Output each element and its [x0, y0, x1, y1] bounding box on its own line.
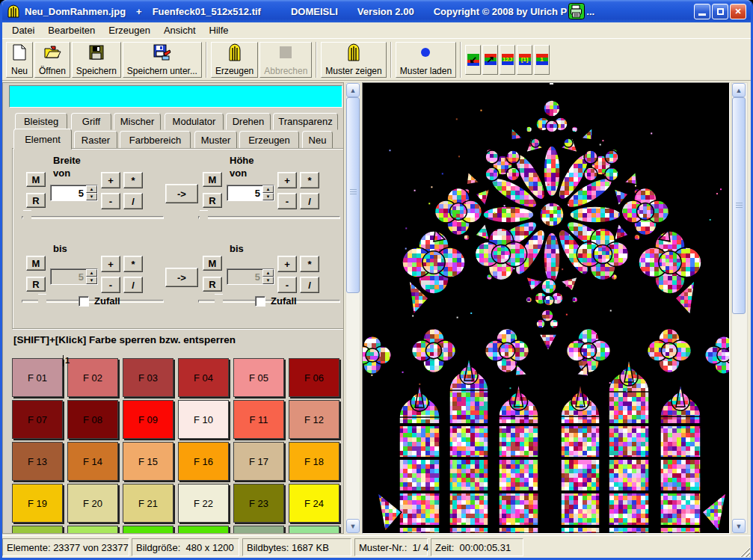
palette-swatch-partial[interactable]	[123, 526, 173, 534]
op-button-minus[interactable]: -	[101, 277, 120, 293]
toolbar-button-speichern-unter-[interactable]: Speichern unter...	[123, 42, 202, 78]
tab-mischer[interactable]: Mischer	[114, 113, 161, 130]
toolbar-button-muster-zeigen[interactable]: Muster zeigen	[321, 42, 386, 78]
palette-swatch-F23[interactable]: F 23	[233, 484, 284, 523]
op-button-minus[interactable]: -	[101, 193, 120, 209]
op-button-plus[interactable]: +	[277, 172, 297, 188]
scroll-thumb[interactable]	[346, 97, 360, 293]
palette-swatch-partial[interactable]	[178, 526, 229, 534]
palette-swatch-F13[interactable]: F 13	[12, 442, 63, 481]
palette-swatch-F12[interactable]: F 12	[289, 400, 339, 439]
spinner-down-icon[interactable]: ▼	[86, 193, 97, 200]
spinner-down-icon[interactable]: ▼	[262, 277, 274, 284]
image-scrollbar[interactable]: ▲▼	[731, 82, 748, 534]
palette-swatch-F06[interactable]: F 06	[289, 358, 339, 397]
minimize-button[interactable]	[694, 4, 710, 19]
tab-modulator[interactable]: Modulator	[165, 113, 224, 130]
spinner-up-icon[interactable]: ▲	[86, 269, 97, 277]
op-button-plus[interactable]: +	[101, 172, 120, 188]
menu-item-ansicht[interactable]: Ansicht	[157, 22, 203, 38]
palette-swatch-F08[interactable]: F 08	[67, 400, 118, 439]
palette-swatch-partial[interactable]	[12, 526, 63, 534]
m-button[interactable]: M	[26, 256, 46, 271]
r-button[interactable]: R	[203, 193, 222, 208]
tab-griff[interactable]: Griff	[71, 113, 111, 130]
tab-muster[interactable]: Muster	[194, 131, 237, 149]
tab-farbbereich[interactable]: Farbbereich	[120, 131, 191, 149]
scroll-up-icon[interactable]: ▲	[346, 83, 360, 97]
range-slider-track[interactable]	[198, 216, 340, 219]
toolbar-button-neu[interactable]: Neu	[6, 42, 33, 78]
palette-swatch-F04[interactable]: F 04	[178, 358, 229, 397]
spinner-up-icon[interactable]: ▲	[262, 185, 274, 193]
menu-item-erzeugen[interactable]: Erzeugen	[102, 22, 157, 38]
palette-swatch-partial[interactable]	[67, 526, 118, 534]
spinner-down-icon[interactable]: ▼	[86, 277, 97, 284]
value-spinner-bis[interactable]: 5▲▼	[50, 268, 98, 285]
transfer-arrow-button[interactable]: ->	[165, 268, 198, 287]
op-button-divide[interactable]: /	[300, 277, 319, 293]
zufall-checkbox[interactable]: Zufall	[79, 295, 120, 307]
tab-bleisteg[interactable]: Bleisteg	[15, 113, 67, 130]
toolbar-button-öffnen[interactable]: Öffnen	[34, 42, 70, 78]
checkbox-box[interactable]	[79, 296, 89, 307]
scroll-down-icon[interactable]: ▼	[346, 519, 360, 533]
palette-swatch-F18[interactable]: F 18	[289, 442, 339, 481]
spinner-up-icon[interactable]: ▲	[262, 269, 274, 277]
close-button[interactable]: ✕	[730, 4, 746, 19]
palette-swatch-partial[interactable]	[289, 526, 339, 534]
menu-item-hilfe[interactable]: Hilfe	[203, 22, 236, 38]
maximize-button[interactable]	[712, 4, 728, 19]
scroll-thumb[interactable]	[732, 97, 746, 314]
op-button-multiply[interactable]: *	[123, 172, 143, 188]
palette-swatch-F21[interactable]: F 21	[123, 484, 173, 523]
value-spinner-von[interactable]: 5▲▼	[50, 185, 98, 201]
palette-swatch-F15[interactable]: F 15	[123, 442, 173, 481]
toolbar-button-speichern[interactable]: Speichern	[72, 42, 121, 78]
palette-swatch-F20[interactable]: F 20	[67, 484, 118, 523]
op-button-divide[interactable]: /	[123, 277, 143, 293]
palette-swatch-F07[interactable]: F 07	[12, 400, 63, 439]
palette-swatch-F05[interactable]: F 05	[233, 358, 284, 397]
range-slider-thumb[interactable]	[38, 294, 46, 308]
menu-item-bearbeiten[interactable]: Bearbeiten	[41, 22, 102, 38]
m-button[interactable]: M	[203, 172, 222, 187]
tab-erzeugen[interactable]: Erzeugen	[239, 131, 299, 149]
palette-swatch-F19[interactable]: F 19	[12, 484, 63, 523]
tab-drehen[interactable]: Drehen	[226, 113, 271, 130]
stripe-label-12-button[interactable]: 12J	[500, 45, 515, 75]
m-button[interactable]: M	[203, 256, 222, 271]
scroll-down-icon[interactable]: ▼	[732, 519, 746, 533]
r-button[interactable]: R	[26, 277, 46, 292]
op-button-multiply[interactable]: *	[123, 256, 143, 272]
panel-scrollbar[interactable]: ▲▼	[345, 82, 360, 534]
op-button-multiply[interactable]: *	[300, 256, 319, 272]
op-button-plus[interactable]: +	[277, 256, 297, 272]
palette-swatch-F16[interactable]: F 16	[178, 442, 229, 481]
tab-raster[interactable]: Raster	[74, 131, 117, 149]
range-slider-track[interactable]	[22, 216, 164, 219]
palette-swatch-F24[interactable]: F 24	[289, 484, 339, 523]
menu-item-datei[interactable]: Datei	[5, 22, 41, 38]
color-preview-bar[interactable]	[9, 85, 342, 108]
op-button-multiply[interactable]: *	[300, 172, 319, 188]
resize-grip[interactable]	[740, 547, 750, 557]
palette-swatch-partial[interactable]	[233, 526, 284, 534]
op-button-minus[interactable]: -	[277, 193, 297, 209]
value-spinner-bis[interactable]: 5▲▼	[227, 268, 274, 285]
tab-element[interactable]: Element	[13, 129, 72, 150]
palette-swatch-F22[interactable]: F 22	[178, 484, 229, 523]
palette-swatch-F02[interactable]: F 02	[67, 358, 118, 397]
toolbar-button-erzeugen[interactable]: Erzeugen	[211, 42, 258, 78]
tab-neu[interactable]: Neu	[302, 131, 333, 149]
toolbar-button-muster-laden[interactable]: Muster laden	[396, 42, 456, 78]
stripe-boxed-1-button[interactable]: [1]	[517, 45, 532, 75]
spinner-down-icon[interactable]: ▼	[262, 193, 274, 200]
stripe-arrow-downleft-button[interactable]: ↙	[465, 45, 481, 75]
range-slider-thumb[interactable]	[200, 210, 208, 224]
palette-swatch-F11[interactable]: F 11	[233, 400, 284, 439]
spinner-arrows[interactable]: ▲▼	[262, 185, 274, 200]
r-button[interactable]: R	[26, 193, 46, 208]
tab-transparenz[interactable]: Transparenz	[273, 113, 338, 130]
stripe-1-button[interactable]: 1	[534, 45, 550, 75]
